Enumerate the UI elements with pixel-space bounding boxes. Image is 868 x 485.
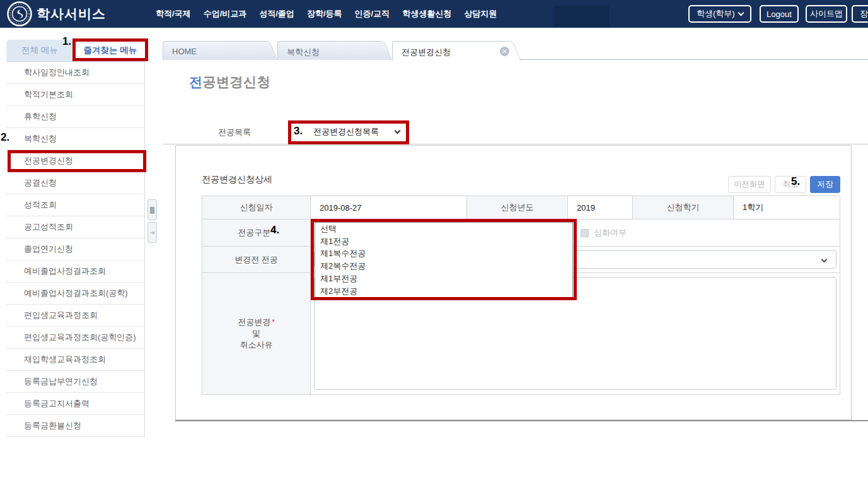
sidebar-menu-item[interactable]: 전공변경신청 bbox=[6, 150, 144, 172]
page: { "navbar": { "brand": "학사서비스", "menu": … bbox=[0, 0, 868, 485]
nav-menu-item[interactable]: 상담지원 bbox=[464, 8, 497, 20]
sidebar-menu-item[interactable]: 등록금고지서출력 bbox=[6, 393, 144, 415]
dropdown-option[interactable]: 제1복수전공 bbox=[315, 248, 572, 260]
nav-menu-item[interactable]: 성적/졸업 bbox=[259, 8, 294, 20]
reason-label-text: 전공변경 bbox=[238, 317, 270, 327]
sidebar-menu-item[interactable]: 편입생교육과정조회(공학인증) bbox=[6, 327, 144, 349]
accessibility-button[interactable]: 장애접수 bbox=[852, 5, 868, 23]
apply-year-value: 2019 bbox=[568, 196, 633, 219]
sidebar-menu-item[interactable]: 학적기본조회 bbox=[6, 84, 144, 106]
splitter-collapse-button[interactable]: ⇥ bbox=[148, 222, 157, 243]
apply-date-value: 2019-08-27 bbox=[311, 196, 467, 219]
nav-menu-item[interactable]: 수업/비교과 bbox=[204, 8, 247, 20]
top-navbar: 학사서비스 학적/국제수업/비교과성적/졸업장학/등록인증/교직학생생활신청상담… bbox=[0, 0, 868, 28]
reason-label-line1: 전공변경* bbox=[238, 317, 275, 328]
previous-screen-button[interactable]: 이전화면 bbox=[728, 176, 771, 193]
nav-menu-item[interactable]: 학생생활신청 bbox=[402, 8, 451, 20]
divider-line bbox=[163, 144, 868, 144]
dropdown-option[interactable]: 선택 bbox=[315, 223, 572, 235]
major-type-label-text: 전공구분 bbox=[238, 227, 270, 238]
chevron-down-icon bbox=[395, 128, 401, 134]
major-type-label: 전공구분* bbox=[202, 219, 311, 247]
role-selector-label: 학생(학부) bbox=[697, 8, 735, 20]
required-mark: * bbox=[272, 318, 275, 327]
reason-label-line2: 및 bbox=[252, 328, 260, 339]
nav-menu-item[interactable]: 학적/국제 bbox=[156, 8, 191, 20]
tab-return-to-school[interactable]: 복학신청 bbox=[277, 41, 381, 60]
sidebar-menu-item[interactable]: 재입학생교육과정조회 bbox=[6, 349, 144, 371]
nav-menu-item[interactable]: 인증/교직 bbox=[355, 8, 390, 20]
page-title-accent: 전 bbox=[189, 74, 203, 89]
apply-term-value: 1학기 bbox=[734, 196, 840, 219]
role-selector-button[interactable]: 학생(학부) bbox=[688, 5, 751, 23]
save-button[interactable]: 저장 bbox=[810, 176, 840, 193]
sidebar-tab-favorites[interactable]: 즐겨찾는 메뉴 bbox=[74, 40, 147, 61]
sidebar-menu-item[interactable]: 학사일정안내조회 bbox=[6, 62, 144, 84]
tab-close-icon[interactable]: ✕ bbox=[500, 47, 509, 56]
sidebar-menu-item[interactable]: 졸업연기신청 bbox=[6, 238, 144, 260]
deepening-checkbox[interactable]: 심화여부 bbox=[581, 219, 627, 246]
tab-major-change-label: 전공변경신청 bbox=[402, 47, 451, 57]
apply-year-label: 신청년도 bbox=[467, 196, 568, 219]
sidebar-menu-item[interactable]: 공고성적조회 bbox=[6, 216, 144, 238]
sitemap-button[interactable]: 사이트맵 bbox=[806, 5, 847, 23]
sidebar-menu-list: 학사일정안내조회학적기본조회휴학신청복학신청전공변경신청공결신청성적조회공고성적… bbox=[6, 61, 145, 437]
cancel-button[interactable]: 취소 bbox=[775, 176, 806, 193]
splitter-grip-button[interactable]: ▐▌ bbox=[148, 199, 157, 220]
dropdown-option[interactable]: 제1부전공 bbox=[315, 272, 572, 285]
dropdown-option[interactable]: 제2복수전공 bbox=[315, 260, 572, 272]
dropdown-option[interactable]: 제2부전공 bbox=[315, 285, 572, 298]
detail-section-title: 전공변경신청상세 bbox=[202, 174, 272, 185]
checkbox-icon bbox=[581, 229, 589, 237]
content-bottom-line bbox=[175, 420, 868, 421]
dropdown-option[interactable]: 제1전공 bbox=[315, 235, 572, 248]
sidebar-menu-item[interactable]: 등록금납부연기신청 bbox=[6, 371, 144, 393]
apply-term-label: 신청학기 bbox=[633, 196, 734, 219]
nav-menu-item[interactable]: 장학/등록 bbox=[307, 8, 342, 20]
sidebar-tab-all-menu[interactable]: 전체 메뉴 bbox=[6, 40, 73, 61]
before-major-label: 변경전 전공 bbox=[202, 247, 311, 273]
sidebar-menu-item[interactable]: 편입생교육과정조회 bbox=[6, 305, 144, 327]
chevron-down-icon bbox=[738, 10, 744, 16]
global-menu: 학적/국제수업/비교과성적/졸업장학/등록인증/교직학생생활신청상담지원 bbox=[156, 0, 497, 28]
redacted-username bbox=[553, 6, 609, 26]
brand-title[interactable]: 학사서비스 bbox=[37, 0, 106, 28]
sidebar-menu-item[interactable]: 성적조회 bbox=[6, 194, 144, 216]
sidebar-menu-item[interactable]: 예비졸업사정결과조회(공학) bbox=[6, 283, 144, 305]
tab-major-change[interactable]: 전공변경신청 ✕ bbox=[392, 41, 509, 61]
annotation-marker-3: 3. bbox=[294, 125, 303, 137]
chevron-down-icon bbox=[821, 257, 828, 263]
required-mark: * bbox=[272, 228, 275, 237]
sidebar-menu-item[interactable]: 휴학신청 bbox=[6, 106, 144, 128]
tab-home[interactable]: HOME bbox=[163, 41, 266, 60]
major-list-label: 전공목록 bbox=[203, 127, 266, 138]
sidebar-menu-item[interactable]: 복학신청 bbox=[6, 128, 144, 150]
apply-date-label: 신청일자 bbox=[202, 196, 311, 219]
reason-label: 전공변경* 및 취소사유 bbox=[202, 273, 311, 395]
page-title-rest: 공변경신청 bbox=[203, 74, 271, 89]
sidebar-menu-item[interactable]: 등록금환불신청 bbox=[6, 415, 144, 437]
deepening-label: 심화여부 bbox=[594, 227, 627, 238]
logout-button[interactable]: Logout bbox=[760, 5, 799, 23]
major-list-dropdown[interactable]: 전공변경신청목록 bbox=[313, 126, 379, 137]
sidebar-menu-item[interactable]: 공결신청 bbox=[6, 172, 144, 194]
university-emblem-icon bbox=[7, 1, 32, 26]
sidebar-menu-item[interactable]: 예비졸업사정결과조회 bbox=[6, 260, 144, 283]
reason-label-line3: 취소사유 bbox=[240, 339, 273, 351]
page-title: 전공변경신청 bbox=[189, 73, 270, 91]
major-type-dropdown-list: 선택제1전공제1복수전공제2복수전공제1부전공제2부전공 bbox=[315, 222, 573, 298]
